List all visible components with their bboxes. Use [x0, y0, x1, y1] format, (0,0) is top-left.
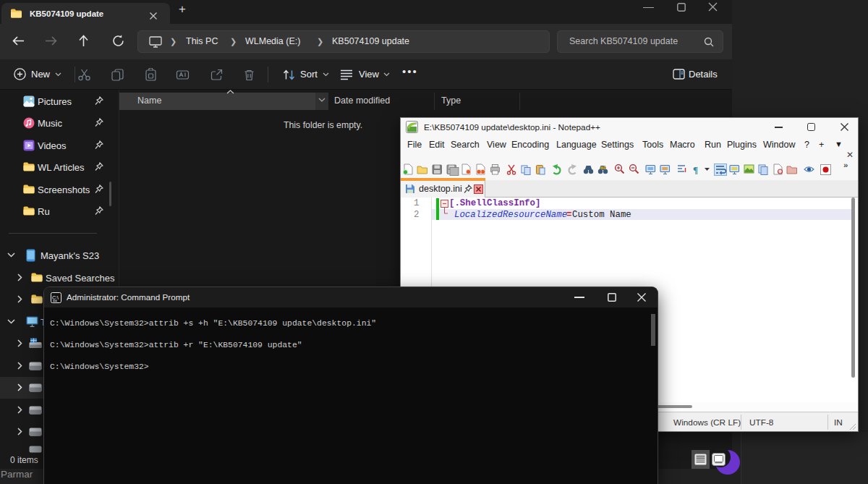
svg-text:C:\: C:\: [52, 295, 59, 300]
svg-text:¶: ¶: [693, 164, 698, 175]
svg-text:ab: ab: [600, 165, 606, 170]
